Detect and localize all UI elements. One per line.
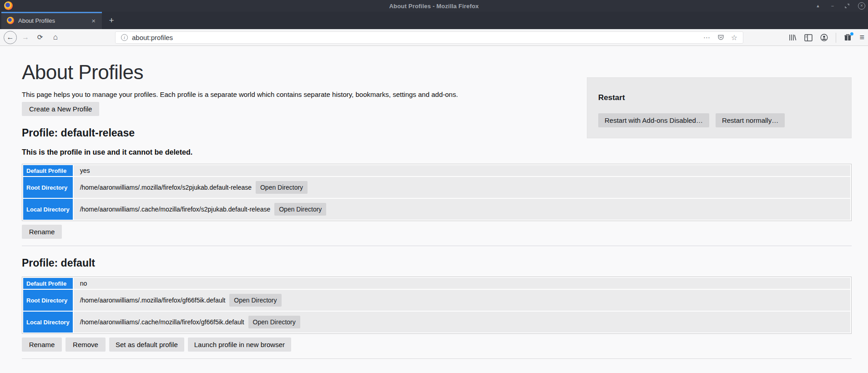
table-row: Local Directory /home/aaronwilliams/.cac… bbox=[23, 199, 850, 220]
bookmark-star-icon[interactable]: ☆ bbox=[731, 33, 737, 42]
open-directory-button[interactable]: Open Directory bbox=[248, 316, 300, 328]
back-button[interactable]: ← bbox=[4, 31, 17, 44]
row-value: /home/aaronwilliams/.cache/mozilla/firef… bbox=[74, 199, 850, 220]
create-new-profile-button[interactable]: Create a New Profile bbox=[22, 102, 99, 116]
table-row: Local Directory /home/aaronwilliams/.cac… bbox=[23, 312, 850, 333]
window-title: About Profiles - Mozilla Firefox bbox=[0, 3, 868, 10]
navigation-toolbar: ← → ⟳ ⌂ i about:profiles ⋯ ☆ ≡ bbox=[0, 29, 868, 46]
directory-path: /home/aaronwilliams/.cache/mozilla/firef… bbox=[80, 206, 271, 213]
new-badge-dot bbox=[850, 32, 853, 35]
home-button[interactable]: ⌂ bbox=[50, 33, 61, 42]
whats-new-gift-icon[interactable] bbox=[844, 34, 852, 41]
open-directory-button[interactable]: Open Directory bbox=[274, 203, 326, 216]
row-value: /home/aaronwilliams/.mozilla/firefox/s2p… bbox=[74, 177, 850, 198]
row-label: Local Directory bbox=[23, 312, 73, 333]
profile-in-use-notice: This is the profile in use and it cannot… bbox=[22, 148, 852, 156]
restore-window-icon[interactable] bbox=[843, 2, 851, 10]
tab-bar: About Profiles × + bbox=[0, 12, 868, 29]
sidebar-icon[interactable] bbox=[804, 34, 812, 41]
menu-hamburger-icon[interactable]: ≡ bbox=[859, 33, 864, 42]
reload-button[interactable]: ⟳ bbox=[34, 33, 46, 41]
open-directory-button[interactable]: Open Directory bbox=[229, 294, 281, 307]
profile-default-table: Default Profile no Root Directory /home/… bbox=[22, 277, 852, 334]
close-window-button[interactable]: × bbox=[858, 2, 865, 10]
tab-about-profiles[interactable]: About Profiles × bbox=[1, 12, 102, 29]
directory-path: /home/aaronwilliams/.mozilla/firefox/s2p… bbox=[80, 184, 252, 191]
row-value: no bbox=[74, 278, 850, 289]
page-info-icon[interactable]: i bbox=[121, 34, 128, 41]
firefox-favicon-icon bbox=[7, 17, 14, 24]
row-label: Local Directory bbox=[23, 199, 73, 220]
row-value: /home/aaronwilliams/.cache/mozilla/firef… bbox=[74, 312, 850, 333]
rename-button[interactable]: Rename bbox=[22, 338, 62, 352]
page-actions-icon[interactable]: ⋯ bbox=[703, 34, 711, 42]
library-icon[interactable] bbox=[788, 34, 797, 41]
keep-above-icon[interactable]: ▲ bbox=[814, 2, 822, 10]
tab-title: About Profiles bbox=[18, 17, 90, 24]
restart-addons-disabled-button[interactable]: Restart with Add-ons Disabled… bbox=[598, 113, 709, 127]
toolbar-separator bbox=[836, 33, 836, 43]
table-row: Default Profile yes bbox=[23, 165, 850, 176]
section-divider bbox=[22, 246, 852, 246]
row-label: Root Directory bbox=[23, 177, 73, 198]
tab-close-icon[interactable]: × bbox=[90, 16, 97, 25]
account-icon[interactable] bbox=[820, 34, 828, 41]
row-value: yes bbox=[74, 165, 850, 176]
url-bar[interactable]: i about:profiles ⋯ ☆ bbox=[115, 31, 743, 44]
table-row: Root Directory /home/aaronwilliams/.mozi… bbox=[23, 177, 850, 198]
row-label: Default Profile bbox=[23, 278, 73, 289]
directory-path: /home/aaronwilliams/.cache/mozilla/firef… bbox=[80, 318, 244, 326]
row-value: /home/aaronwilliams/.mozilla/firefox/gf6… bbox=[74, 290, 850, 311]
minimize-button[interactable]: − bbox=[829, 2, 836, 10]
window-titlebar: About Profiles - Mozilla Firefox ▲ − × bbox=[0, 0, 868, 12]
profile-default-title: Profile: default bbox=[22, 257, 852, 269]
toolbar-right-icons: ≡ bbox=[788, 29, 864, 46]
open-directory-button[interactable]: Open Directory bbox=[256, 181, 308, 194]
launch-profile-button[interactable]: Launch profile in new browser bbox=[188, 338, 291, 352]
restart-normally-button[interactable]: Restart normally… bbox=[716, 113, 785, 127]
forward-button[interactable]: → bbox=[20, 33, 31, 41]
url-text[interactable]: about:profiles bbox=[132, 34, 173, 41]
table-row: Default Profile no bbox=[23, 278, 850, 289]
profile-default-release-actions: Rename bbox=[22, 225, 852, 239]
row-label: Default Profile bbox=[23, 165, 73, 176]
section-divider bbox=[22, 358, 852, 359]
profile-default-actions: Rename Remove Set as default profile Lau… bbox=[22, 338, 852, 352]
firefox-app-icon bbox=[4, 1, 13, 10]
restart-panel: Restart Restart with Add-ons Disabled… R… bbox=[587, 77, 852, 138]
profile-default-release-table: Default Profile yes Root Directory /home… bbox=[22, 164, 852, 221]
restart-heading: Restart bbox=[598, 93, 851, 102]
table-row: Root Directory /home/aaronwilliams/.mozi… bbox=[23, 290, 850, 311]
rename-button[interactable]: Rename bbox=[22, 225, 62, 239]
new-tab-button[interactable]: + bbox=[105, 12, 118, 29]
pocket-icon[interactable] bbox=[717, 34, 725, 41]
directory-path: /home/aaronwilliams/.mozilla/firefox/gf6… bbox=[80, 297, 226, 304]
remove-button[interactable]: Remove bbox=[66, 338, 106, 352]
set-default-profile-button[interactable]: Set as default profile bbox=[109, 338, 184, 352]
row-label: Root Directory bbox=[23, 290, 73, 311]
window-controls: ▲ − × bbox=[814, 0, 865, 12]
